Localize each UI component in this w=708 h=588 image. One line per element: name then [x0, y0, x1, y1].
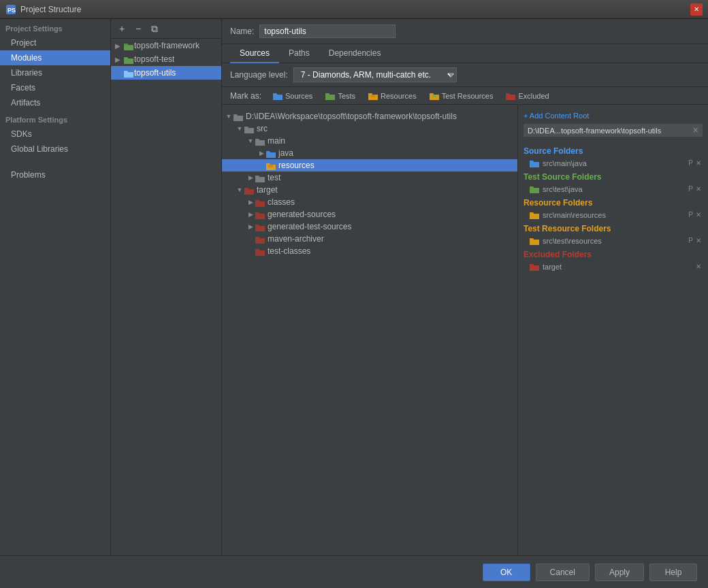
folder-icon: [255, 235, 266, 244]
tabs-row: Sources Paths Dependencies: [222, 44, 708, 63]
markas-label: Mark as:: [230, 91, 261, 101]
svg-rect-3: [432, 95, 436, 97]
tree-root-arrow: ▼: [225, 113, 233, 120]
folder-icon: [529, 262, 540, 271]
markas-excluded-button[interactable]: Excluded: [501, 90, 553, 101]
markas-test-resources-button[interactable]: Test Resources: [425, 90, 498, 101]
sidebar-item-libraries[interactable]: Libraries: [0, 65, 110, 80]
folder-icon: [123, 42, 134, 50]
ok-button[interactable]: OK: [483, 564, 530, 581]
module-item-topsoft-test[interactable]: ▶ topsoft-test: [111, 52, 221, 66]
right-panel: + Add Content Root D:\IDEA...topsoft-fra…: [517, 105, 708, 555]
content-root-close[interactable]: ✕: [692, 126, 698, 135]
sidebar-item-problems[interactable]: Problems: [0, 167, 110, 182]
sidebar-item-project[interactable]: Project: [0, 35, 110, 50]
folder-package-prefix-icon: P: [688, 211, 693, 218]
title-bar-text: Project Structure: [20, 5, 690, 14]
platform-settings-label: Platform Settings: [0, 110, 110, 127]
tree-root-row[interactable]: ▼ D:\IDEA\Workspace\topsoft\topsoft-fram…: [222, 110, 517, 122]
help-button[interactable]: Help: [649, 564, 697, 581]
folder-remove-button[interactable]: ✕: [694, 237, 703, 244]
test-resources-folder-icon: [429, 91, 440, 100]
folder-icon: [529, 210, 540, 219]
tree-node-resources[interactable]: resources: [222, 159, 517, 172]
tree-resources-label: resources: [278, 161, 315, 170]
sidebar-item-facets[interactable]: Facets: [0, 80, 110, 95]
add-content-root-button[interactable]: + Add Content Root: [524, 110, 589, 121]
tree-node-test[interactable]: ▶ test: [222, 172, 517, 184]
folder-remove-button[interactable]: ✕: [694, 211, 703, 218]
sidebar-item-artifacts[interactable]: Artifacts: [0, 95, 110, 110]
resource-folder-entry: src\main\resources P ✕: [524, 210, 703, 220]
tree-node-src[interactable]: ▼ src: [222, 122, 517, 135]
resources-folder-icon: [266, 161, 276, 170]
folder-icon: [255, 198, 266, 207]
tree-node-generated-test-sources[interactable]: ▶ generated-test-sources: [222, 220, 517, 233]
tab-dependencies[interactable]: Dependencies: [319, 44, 391, 63]
module-list: ▶ topsoft-framework ▶ topsoft-test topso…: [111, 39, 221, 555]
markas-row: Mark as: Sources Tests Resources: [222, 87, 708, 105]
sidebar-item-modules[interactable]: Modules: [0, 50, 110, 65]
svg-rect-2: [371, 95, 375, 97]
tree-root-label: D:\IDEA\Workspace\topsoft\topsoft-framew…: [246, 112, 457, 121]
content-area: Name: Sources Paths Dependencies Languag…: [222, 19, 708, 555]
tree-generated-test-sources-label: generated-test-sources: [268, 222, 351, 231]
tab-paths[interactable]: Paths: [279, 44, 319, 63]
tests-folder-icon: [325, 91, 336, 100]
name-label: Name:: [230, 27, 254, 36]
folder-icon: [255, 174, 266, 182]
tree-node-classes[interactable]: ▶ classes: [222, 196, 517, 208]
tree-area: ▼ D:\IDEA\Workspace\topsoft\topsoft-fram…: [222, 105, 517, 555]
resources-folder-icon: [368, 91, 379, 100]
sources-folder-icon: [272, 91, 283, 100]
tree-java-label: java: [278, 148, 293, 158]
bottom-bar: OK Cancel Apply Help: [0, 555, 708, 588]
tree-node-maven-archiver[interactable]: maven-archiver: [222, 233, 517, 245]
folder-package-prefix-icon: P: [688, 185, 693, 193]
sidebar-item-sdks[interactable]: SDKs: [0, 127, 110, 142]
tree-node-generated-sources[interactable]: ▶ generated-sources: [222, 208, 517, 220]
arrow-icon: ▶: [246, 211, 255, 218]
remove-module-button[interactable]: −: [131, 22, 145, 35]
cancel-button[interactable]: Cancel: [536, 564, 590, 581]
arrow-icon: ▼: [236, 125, 244, 132]
svg-text:PS: PS: [7, 7, 16, 14]
tree-test-label: test: [268, 173, 280, 182]
arrow-icon: ▶: [257, 150, 266, 157]
tree-node-main[interactable]: ▼ main: [222, 135, 517, 147]
arrow-icon: ▶: [115, 56, 123, 63]
markas-resources-button[interactable]: Resources: [364, 90, 421, 101]
sidebar-item-global-libraries[interactable]: Global Libraries: [0, 142, 110, 157]
folder-remove-button[interactable]: ✕: [694, 159, 703, 167]
source-folders-title: Source Folders: [524, 146, 703, 156]
language-level-select[interactable]: 7 - Diamonds, ARM, multi-catch etc.: [293, 67, 457, 82]
add-module-button[interactable]: +: [115, 22, 129, 35]
folder-remove-button[interactable]: ✕: [694, 185, 703, 193]
module-item-topsoft-utils[interactable]: topsoft-utils: [111, 66, 221, 80]
tree-target-label: target: [257, 185, 278, 195]
folder-icon: [123, 55, 134, 64]
tree-root-folder-icon: [233, 112, 244, 121]
tree-node-java[interactable]: ▶ java: [222, 147, 517, 159]
module-item-topsoft-framework[interactable]: ▶ topsoft-framework: [111, 39, 221, 52]
folder-icon: [255, 210, 266, 219]
markas-sources-button[interactable]: Sources: [268, 90, 317, 101]
tree-test-classes-label: test-classes: [268, 246, 310, 256]
tree-node-test-classes[interactable]: test-classes: [222, 245, 517, 257]
name-input[interactable]: [259, 24, 396, 38]
tab-sources[interactable]: Sources: [230, 44, 279, 63]
folder-icon: [244, 186, 255, 195]
folder-icon: [529, 159, 540, 167]
folder-icon: [529, 236, 540, 245]
copy-module-button[interactable]: ⧉: [148, 22, 161, 35]
folder-remove-button[interactable]: ✕: [694, 263, 703, 270]
folder-icon: [123, 69, 134, 78]
tree-node-target[interactable]: ▼ target: [222, 184, 517, 196]
markas-tests-button[interactable]: Tests: [321, 90, 359, 101]
sidebar: Project Settings Project Modules Librari…: [0, 19, 111, 555]
project-settings-label: Project Settings: [0, 19, 110, 35]
apply-button[interactable]: Apply: [595, 564, 644, 581]
module-toolbar: + − ⧉: [111, 19, 221, 39]
close-button[interactable]: ✕: [690, 3, 703, 16]
language-level-row: Language level: 7 - Diamonds, ARM, multi…: [222, 63, 708, 87]
